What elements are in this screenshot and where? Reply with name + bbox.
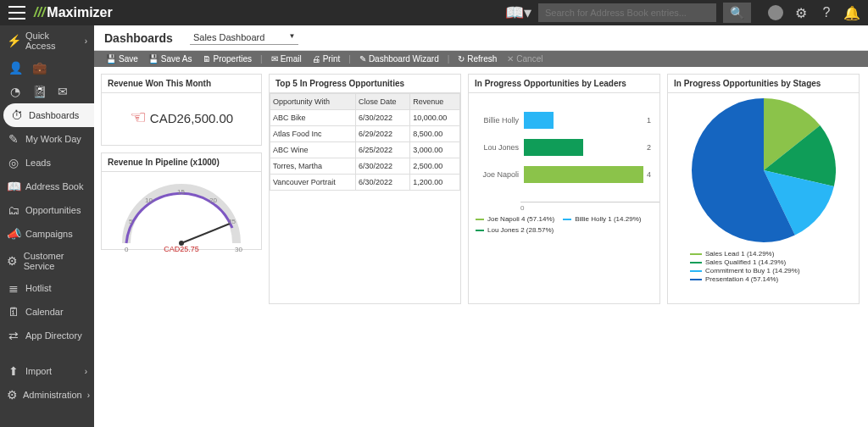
panel-title: Revenue Won This Month — [102, 75, 261, 93]
leaders-legend: Joe Napoli 4 (57.14%)Billie Holly 1 (14.… — [469, 212, 659, 237]
bar-row: Billie Holly 1 — [477, 112, 651, 129]
panel-title: In Progress Opportunities by Stages — [668, 75, 859, 93]
table-cell: 6/30/2022 — [355, 110, 409, 126]
target-icon: ◎ — [7, 156, 20, 169]
table-cell: 1,200.00 — [410, 175, 460, 191]
toolbar-email[interactable]: ✉ Email — [268, 53, 305, 65]
bolt-icon: ⚡ — [7, 34, 20, 47]
timer-icon[interactable]: ◔ — [8, 85, 22, 98]
bar-row: Joe Napoli 4 — [477, 166, 651, 183]
panel-revenue-pipeline: Revenue In Pipeline (x1000) 0 5 10 15 20… — [101, 152, 262, 250]
table-cell: Vancouver Portrait — [270, 175, 356, 191]
table-cell: ABC Wine — [270, 142, 356, 158]
bar-label: Billie Holly — [477, 116, 524, 125]
bar-value: 1 — [647, 116, 651, 125]
sidebar-item-label: Address Book — [25, 181, 83, 191]
gauge-value-label: CAD25.75 — [164, 245, 199, 253]
help-icon[interactable]: ? — [819, 5, 834, 20]
briefcase-icon[interactable]: 💼 — [32, 61, 46, 75]
dashboard-selector-value: Sales Dashboard — [193, 32, 264, 42]
search-input[interactable] — [538, 3, 716, 22]
legend-item: Presentation 4 (57.14%) — [690, 275, 800, 283]
table-row[interactable]: Atlas Food Inc6/29/20228,500.00 — [270, 126, 460, 142]
table-cell: 6/29/2022 — [355, 126, 409, 142]
panel-title: Top 5 In Progress Opportunities — [270, 75, 460, 93]
hamburger-icon[interactable] — [8, 6, 25, 19]
sidebar-administration[interactable]: ⚙ Administration › — [0, 383, 94, 407]
bar-label: Lou Jones — [477, 143, 524, 152]
sidebar-item-label: Opportunities — [25, 205, 81, 215]
sidebar-item-dashboards[interactable]: ⏱ Dashboards — [3, 103, 94, 127]
stages-legend: Sales Lead 1 (14.29%)Sales Qualified 1 (… — [673, 249, 800, 284]
table-row[interactable]: ABC Wine6/25/20223,000.00 — [270, 142, 460, 158]
sidebar-item-myworkday[interactable]: ✎ My Work Day — [0, 127, 94, 151]
user-icon[interactable]: 👤 — [8, 61, 22, 75]
svg-text:5: 5 — [129, 218, 133, 225]
sidebar-item-customerservice[interactable]: ⚙ Customer Service — [0, 246, 94, 276]
sidebar-item-label: Dashboards — [29, 110, 79, 120]
logo-icon: /// — [34, 5, 45, 20]
toolbar-wizard[interactable]: ✎ Dashboard Wizard — [356, 53, 442, 65]
bar-value: 2 — [647, 143, 651, 152]
sidebar-item-calendar[interactable]: 🗓 Calendar — [0, 300, 94, 324]
svg-text:10: 10 — [145, 197, 153, 204]
settings-gear-icon[interactable]: ⚙ — [793, 5, 809, 20]
sidebar-item-label: My Work Day — [25, 134, 81, 144]
legend-item: Commitment to Buy 1 (14.29%) — [690, 267, 800, 274]
toolbar-save-as[interactable]: 💾 Save As — [145, 53, 196, 65]
dashboard-grid: Revenue Won This Month ☞ CAD26,500.00 Re… — [94, 67, 868, 427]
gear-icon: ⚙ — [7, 254, 19, 268]
table-cell: 6/30/2022 — [355, 175, 409, 191]
svg-line-1 — [181, 224, 230, 243]
user-avatar-icon[interactable] — [768, 5, 783, 20]
sidebar-item-addressbook[interactable]: 📖 Address Book — [0, 175, 94, 198]
sidebar-item-label: Customer Service — [24, 251, 87, 271]
sidebar-item-leads[interactable]: ◎ Leads — [0, 151, 94, 175]
table-row[interactable]: Vancouver Portrait6/30/20221,200.00 — [270, 175, 460, 191]
panel-title: Revenue In Pipeline (x1000) — [102, 153, 261, 172]
swap-icon: ⇄ — [7, 329, 20, 342]
sidebar-item-label: Leads — [25, 158, 51, 168]
sidebar-admin-label: Administration — [23, 390, 82, 400]
leaders-bar-chart: Billie Holly 1Lou Jones 2Joe Napoli 4 — [469, 93, 659, 202]
toolbar-properties[interactable]: 🗎 Properties — [199, 53, 256, 65]
toolbar-cancel: ✕ Cancel — [504, 53, 546, 65]
toolbar-refresh[interactable]: ↻ Refresh — [454, 53, 500, 65]
pointing-hand-icon: ☞ — [130, 107, 147, 129]
search-button[interactable]: 🔍 — [723, 3, 751, 23]
address-book-dropdown-icon[interactable]: 📖▾ — [505, 3, 531, 22]
bar-label: Joe Napoli — [477, 170, 524, 179]
main-area: Dashboards Sales Dashboard 💾 Save 💾 Save… — [94, 25, 868, 427]
toolbar-print[interactable]: 🖨 Print — [309, 53, 344, 65]
mail-icon[interactable]: ✉ — [56, 85, 70, 98]
table-row[interactable]: ABC Bike6/30/202210,000.00 — [270, 110, 460, 126]
quick-access-button[interactable]: ⚡ Quick Access › — [0, 25, 94, 56]
panel-leaders-chart: In Progress Opportunities by Leaders Bil… — [468, 74, 660, 304]
svg-text:30: 30 — [235, 246, 242, 253]
toolbar-save[interactable]: 💾 Save — [103, 53, 142, 65]
notifications-bell-icon[interactable]: 🔔 — [844, 5, 860, 20]
revenue-won-value: CAD26,500.00 — [150, 111, 233, 125]
top-bar: /// Maximizer 📖▾ 🔍 ⚙ ? 🔔 — [0, 0, 868, 25]
notebook-icon[interactable]: 📓 — [32, 85, 46, 98]
table-row[interactable]: Torres, Martha6/30/20222,500.00 — [270, 158, 460, 175]
dashboard-selector[interactable]: Sales Dashboard — [190, 30, 298, 45]
sidebar-item-hotlist[interactable]: ≣ Hotlist — [0, 276, 94, 300]
calendar-icon: 🗓 — [7, 305, 20, 319]
legend-item: Sales Lead 1 (14.29%) — [690, 250, 800, 258]
sidebar-item-appdirectory[interactable]: ⇄ App Directory — [0, 324, 94, 347]
panel-stages-chart: In Progress Opportunities by Stages Sale… — [667, 74, 860, 304]
sidebar: ⚡ Quick Access › 👤 💼 ◔ 📓 ✉ ⏱ Dashboards … — [0, 25, 94, 427]
sidebar-item-opportunities[interactable]: 🗂 Opportunities — [0, 198, 94, 222]
pencil-icon: ✎ — [7, 132, 20, 146]
megaphone-icon: 📣 — [7, 227, 20, 241]
sidebar-item-label: App Directory — [25, 330, 82, 341]
bar-fill — [524, 112, 554, 129]
top5-table: Opportunity With Close Date Revenue ABC … — [270, 93, 460, 191]
sidebar-item-label: Calendar — [25, 307, 64, 317]
sidebar-import[interactable]: ⬆ Import › — [0, 359, 94, 383]
stages-pie-chart — [692, 98, 836, 242]
sidebar-item-campaigns[interactable]: 📣 Campaigns — [0, 222, 94, 246]
table-cell: 6/25/2022 — [355, 142, 409, 158]
legend-item: Joe Napoli 4 (57.14%) — [476, 215, 554, 223]
